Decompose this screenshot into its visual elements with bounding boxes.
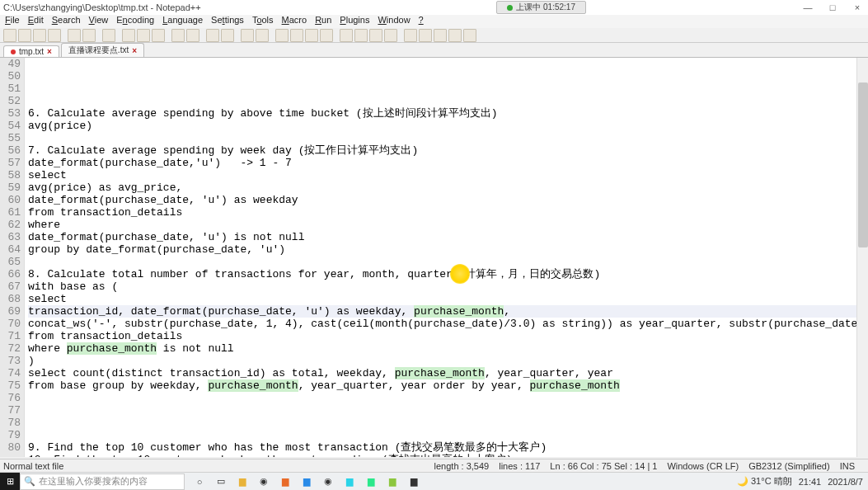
toolbar-func-icon[interactable] <box>369 29 382 42</box>
toolbar-playmul-icon[interactable] <box>448 29 462 42</box>
menu-tools[interactable]: Tools <box>249 15 277 28</box>
code-line[interactable]: avg(price) <box>28 120 868 132</box>
app2-icon[interactable]: ▆ <box>298 474 315 490</box>
menu-file[interactable]: File <box>2 15 23 28</box>
code-line[interactable]: avg(price) as avg_price, <box>28 181 868 194</box>
menu-run[interactable]: Run <box>312 15 335 28</box>
menu-view[interactable]: View <box>86 15 112 28</box>
notepadpp-icon[interactable]: ▆ <box>384 474 401 490</box>
code-line[interactable]: from transaction_details <box>28 206 868 219</box>
toolbar-paste-icon[interactable] <box>152 29 165 42</box>
toolbar-copy-icon[interactable] <box>137 29 150 42</box>
app1-icon[interactable]: ▆ <box>277 474 293 490</box>
menu-window[interactable]: Window <box>374 15 413 28</box>
code-area[interactable]: 6. Calculate average spending by above t… <box>25 58 868 457</box>
taskview-icon[interactable]: ▭ <box>213 474 229 490</box>
scrollbar-thumb[interactable] <box>858 82 868 247</box>
toolbar-wrap-icon[interactable] <box>290 29 303 42</box>
menu-settings[interactable]: Settings <box>208 15 247 28</box>
toolbar-stop-icon[interactable] <box>419 29 432 42</box>
taskbar-search[interactable]: 🔍 在这里输入你要搜索的内容 <box>20 474 185 490</box>
code-line[interactable]: concat_ws('-', substr(purchase_date, 1, … <box>28 318 868 330</box>
editor-area[interactable]: 4950515253545556575859606162636465666768… <box>0 58 868 457</box>
code-line[interactable] <box>28 256 868 268</box>
code-line[interactable] <box>28 404 868 417</box>
toolbar-allchars-icon[interactable] <box>305 29 318 42</box>
code-line[interactable]: ) <box>28 355 868 367</box>
minimize-button[interactable]: — <box>800 2 815 12</box>
code-line[interactable] <box>28 392 868 404</box>
code-line[interactable]: with base as ( <box>28 280 868 293</box>
code-line[interactable]: date_format(purchase_date,'u') -> 1 - 7 <box>28 157 868 169</box>
toolbar-folder-icon[interactable] <box>340 29 353 42</box>
chrome-icon[interactable]: ◉ <box>256 474 272 490</box>
vertical-scrollbar[interactable] <box>856 58 868 457</box>
code-line[interactable]: date_format(purchase_date, 'u') as weekd… <box>28 194 868 206</box>
code-line[interactable] <box>28 417 868 429</box>
code-line[interactable]: 7. Calculate average spending by week da… <box>28 144 868 157</box>
menu-language[interactable]: Language <box>159 15 206 28</box>
menu-help[interactable]: ? <box>415 15 427 28</box>
cortana-icon[interactable]: ○ <box>191 474 208 490</box>
code-line[interactable]: where <box>28 219 868 231</box>
start-button[interactable]: ⊞ <box>0 473 20 491</box>
toolbar-rec-icon[interactable] <box>404 29 417 42</box>
menu-search[interactable]: Search <box>49 15 84 28</box>
menu-plugins[interactable]: Plugins <box>336 15 373 28</box>
app4-icon[interactable]: ▆ <box>363 474 379 490</box>
toolbar-open-icon[interactable] <box>18 29 31 42</box>
chrome2-icon[interactable]: ◉ <box>320 474 336 490</box>
code-line[interactable] <box>28 95 868 107</box>
misc-icon[interactable]: ▆ <box>406 474 422 490</box>
code-line[interactable] <box>28 132 868 144</box>
toolbar-new-icon[interactable] <box>3 29 16 42</box>
toolbar-find-icon[interactable] <box>206 29 219 42</box>
recording-badge[interactable]: 上课中 01:52:17 <box>496 1 586 14</box>
toolbar-print-icon[interactable] <box>102 29 115 42</box>
code-line[interactable]: group by date_format(purchase_date, 'u') <box>28 243 868 256</box>
toolbar-undo-icon[interactable] <box>171 29 185 42</box>
code-line[interactable]: from transaction_details <box>28 330 868 342</box>
menu-edit[interactable]: Edit <box>25 15 47 28</box>
code-line[interactable] <box>28 429 868 441</box>
toolbar-cut-icon[interactable] <box>122 29 135 42</box>
toolbar-indent-icon[interactable] <box>320 29 333 42</box>
toolbar-close-icon[interactable] <box>68 29 81 42</box>
maximize-button[interactable]: □ <box>825 2 840 12</box>
toolbar-zoomout-icon[interactable] <box>256 29 269 42</box>
code-line[interactable]: 10. Find the top 10 customer who has the… <box>28 454 868 457</box>
tab-close-icon[interactable]: × <box>47 47 52 56</box>
toolbar-sync-icon[interactable] <box>275 29 289 42</box>
code-line[interactable]: transaction_id, date_format(purchase_dat… <box>28 305 868 318</box>
tab-tmp[interactable]: tmp.txt × <box>3 45 59 57</box>
close-button[interactable]: × <box>850 2 865 12</box>
code-line[interactable]: select count(distinct transaction_id) as… <box>28 367 868 379</box>
toolbar-save-icon[interactable] <box>33 29 46 42</box>
toolbar-closeall-icon[interactable] <box>82 29 96 42</box>
toolbar-zoomin-icon[interactable] <box>241 29 254 42</box>
code-line[interactable]: select <box>28 169 868 181</box>
toolbar-replace-icon[interactable] <box>221 29 234 42</box>
code-line[interactable]: 9. Find the top 10 customer who has the … <box>28 441 868 454</box>
code-line[interactable]: from base group by weekday, purchase_mon… <box>28 379 868 392</box>
weather-tray[interactable]: 🌙 31°C 晴朗 <box>737 475 792 488</box>
code-line[interactable]: 6. Calculate average spending by above t… <box>28 107 868 120</box>
code-line[interactable]: date_format(purchase_date, 'u') is not n… <box>28 231 868 243</box>
menu-encoding[interactable]: Encoding <box>113 15 157 28</box>
toolbar-redo-icon[interactable] <box>186 29 199 42</box>
tab-notes[interactable]: 直播课程要点.txt × <box>61 43 144 57</box>
explorer-icon[interactable]: ▆ <box>234 474 251 490</box>
tray-date[interactable]: 2021/8/7 <box>828 477 863 487</box>
toolbar-saveall-icon[interactable] <box>48 29 61 42</box>
code-line[interactable]: where purchase_month is not null <box>28 342 868 355</box>
toolbar-play-icon[interactable] <box>434 29 447 42</box>
toolbar-map-icon[interactable] <box>384 29 397 42</box>
tab-close-icon[interactable]: × <box>132 46 137 55</box>
app3-icon[interactable]: ▆ <box>341 474 358 490</box>
code-line[interactable]: select <box>28 293 868 305</box>
tray-time[interactable]: 21:41 <box>799 477 822 487</box>
code-line[interactable]: 8. Calculate total number of transaction… <box>28 268 868 280</box>
toolbar-doc-icon[interactable] <box>354 29 368 42</box>
menu-macro[interactable]: Macro <box>279 15 311 28</box>
toolbar-savemacro-icon[interactable] <box>463 29 476 42</box>
